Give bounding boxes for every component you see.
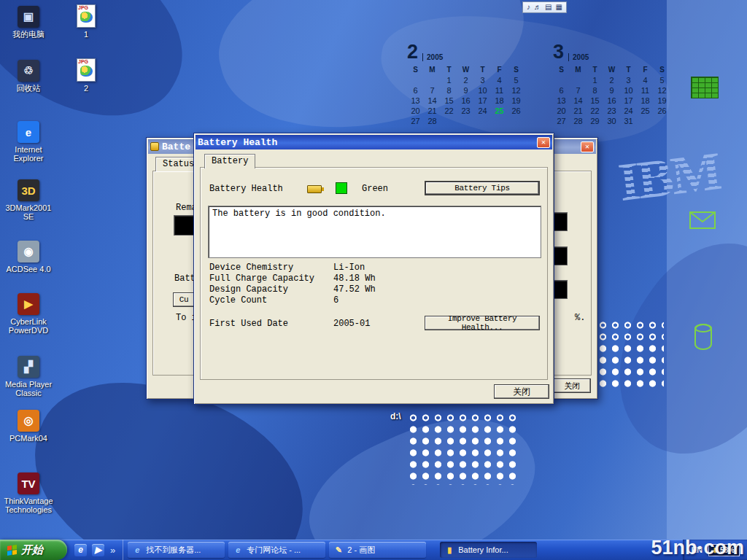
calendar-day: 29: [587, 117, 603, 127]
health-status-square: [336, 182, 347, 194]
calendar-day: 17: [620, 96, 637, 106]
desktop-icon-label: CyberLink PowerDVD: [4, 317, 53, 335]
jpg-badge: JPG: [78, 59, 88, 64]
calendar-day: 1: [587, 76, 603, 86]
desktop-icon-my-computer[interactable]: ▣ 我的电脑: [4, 6, 53, 39]
keyboard-icon[interactable]: ▦: [555, 3, 562, 12]
recycle-bin-icon: ♲: [18, 60, 39, 82]
calendar-day: 19: [508, 96, 525, 106]
desktop-icon-media-player-classic[interactable]: ▞ Media Player Classic: [4, 356, 53, 397]
desktop-icon-thinkvantage-technologies[interactable]: TV ThinkVantage Technologies: [4, 472, 53, 514]
calendar-day: 10: [474, 86, 491, 96]
desktop-icon-label: 我的电脑: [12, 30, 44, 39]
tray-battery-meter[interactable]: ▮ 58%: [708, 544, 740, 556]
calendar-day: 14: [570, 96, 587, 106]
calendar-day: 2: [457, 76, 474, 86]
dialog-titlebar[interactable]: Battery Health ✕: [196, 135, 552, 149]
calendar-day: 15: [441, 96, 457, 106]
field-row: Device Chemistry Li-Ion: [209, 262, 541, 273]
calendar-day: 26: [508, 106, 525, 117]
media-player-icon[interactable]: ▶: [92, 544, 104, 556]
file-jpg-2[interactable]: JPG 2: [69, 58, 104, 93]
calendar-weekday: M: [424, 66, 441, 76]
language-indicator[interactable]: EN: [692, 545, 703, 554]
audio-language-toolbar[interactable]: ♪♬▤▦: [522, 1, 567, 13]
chevron-icon[interactable]: »: [110, 545, 115, 556]
calendar-day: [474, 117, 491, 127]
calendar-weekday: T: [587, 66, 603, 76]
desktop-icon-pcmark04[interactable]: ◎ PCMark04: [4, 410, 53, 443]
calendar-day: 5: [508, 76, 525, 86]
calendar-day: 2: [603, 76, 620, 86]
paint-icon: ✎: [333, 545, 344, 555]
calendar-day: 11: [491, 86, 508, 96]
calendar-day: [407, 76, 424, 86]
desktop-icon-label: 3DMark2001 SE: [4, 203, 53, 221]
battery-fields: Device Chemistry Li-Ion Full Charge Capa…: [209, 262, 541, 306]
calendar-grid: SMTWTFS123456789101112131415161718192021…: [407, 66, 527, 127]
internet-explorer-icon: e: [18, 121, 39, 143]
calendar-day: 18: [491, 96, 508, 106]
battery-tips-button[interactable]: Battery Tips: [425, 181, 540, 195]
flag-blue: [7, 551, 12, 556]
condition-textbox[interactable]: The battery is in good condition.: [208, 206, 541, 258]
ibm-logo: IBM: [615, 140, 723, 214]
internet-explorer-icon: e: [233, 545, 243, 554]
dot-grid-bottom-hollow: [407, 412, 519, 424]
desktop-icon-internet-explorer[interactable]: e Internet Explorer: [4, 121, 53, 163]
desktop-icon-3dmark2001-se[interactable]: 3D 3DMark2001 SE: [4, 179, 53, 221]
desktop-icon-acdsee[interactable]: ◉ ACDSee 4.0: [4, 241, 53, 273]
taskbar-task[interactable]: e 专门网论坛 - ...: [228, 542, 325, 558]
close-icon[interactable]: ✕: [537, 137, 550, 148]
task-label: Battery Infor...: [458, 545, 508, 554]
internet-explorer-icon[interactable]: e: [74, 544, 87, 556]
dot-grid-right-hollow: [597, 319, 664, 343]
calendar-day: 7: [570, 86, 587, 96]
desktop-icon-recycle-bin[interactable]: ♲ 回收站: [4, 60, 53, 93]
condition-text: The battery is in good condition.: [212, 209, 386, 219]
task-label: 专门网论坛 - ...: [247, 545, 301, 556]
calendar-weekday: T: [620, 66, 637, 76]
field-label: Full Charge Capacity: [209, 273, 333, 284]
speaker-icon[interactable]: ♪: [527, 3, 530, 12]
calendar-day: 1: [441, 76, 457, 86]
cylinder-top: [694, 324, 712, 332]
close-button[interactable]: 关闭: [494, 384, 549, 399]
gauge-display: [174, 215, 196, 236]
calendar-month: 3: [553, 42, 564, 61]
calendar-day: 20: [553, 106, 570, 117]
close-button[interactable]: 关闭: [553, 378, 591, 393]
field-row: Design Capacity 47.52 Wh: [209, 284, 541, 295]
calendar-day: 15: [587, 96, 603, 106]
cu-button[interactable]: Cu: [173, 292, 195, 307]
calendar-day: 21: [424, 106, 441, 117]
calendar-day: 31: [620, 117, 637, 127]
dot-grid-right-filled: [597, 343, 664, 388]
taskbar-task[interactable]: e 找不到服务器...: [128, 542, 225, 558]
desktop-icon-cyberlink-powerdvd[interactable]: ▶ CyberLink PowerDVD: [4, 293, 53, 335]
desktop: IBM d:\ ▣ 我的电脑 ♲ 回收站 e Internet Explorer…: [0, 0, 747, 560]
calendar-day: 16: [457, 96, 474, 106]
taskbar-task[interactable]: ▮ Battery Infor...: [440, 542, 537, 558]
first-used-value: 2005-01: [333, 319, 370, 329]
taskbar-task[interactable]: ✎ 2 - 画图: [329, 542, 426, 558]
internet-explorer-icon: e: [132, 545, 142, 554]
start-button[interactable]: 开始: [0, 540, 67, 560]
tab-battery[interactable]: Battery: [204, 154, 255, 168]
file-jpg-1[interactable]: JPG 1: [69, 4, 104, 39]
health-status-text: Green: [362, 184, 388, 194]
calendar-day: 27: [407, 117, 424, 127]
jpg-file-icon: JPG: [77, 4, 96, 28]
desktop-icon-label: Media Player Classic: [4, 380, 53, 397]
display-icon[interactable]: ▤: [545, 3, 551, 12]
improve-battery-health-button[interactable]: Improve Battery Health...: [425, 316, 540, 330]
volume-icon[interactable]: ♬: [534, 3, 541, 12]
quick-launch: e▶ »: [67, 540, 123, 560]
calendar-day: 6: [553, 86, 570, 96]
calendar-day: 23: [603, 106, 620, 117]
calendar-day: 25: [637, 106, 654, 117]
close-icon[interactable]: ✕: [581, 141, 594, 152]
calendar-day: 9: [457, 86, 474, 96]
quick-launch-icons: e▶: [74, 544, 104, 556]
dot-grid-bottom-filled: [407, 424, 519, 485]
